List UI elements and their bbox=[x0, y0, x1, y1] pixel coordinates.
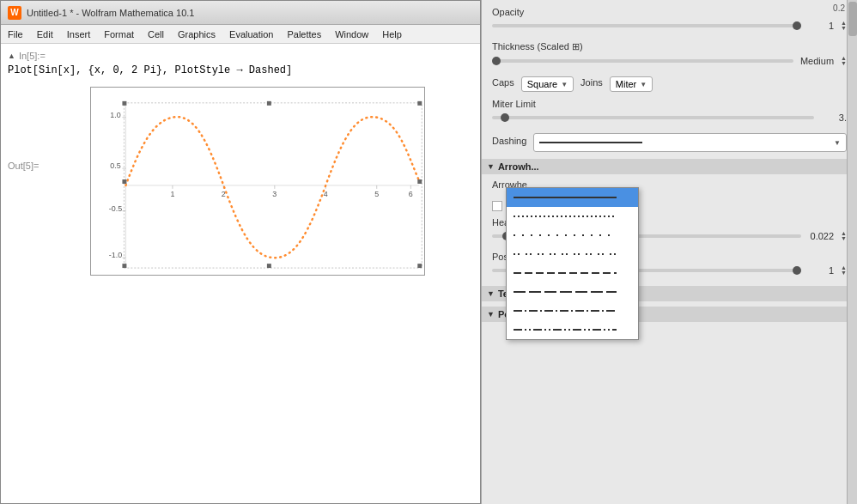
notebook-content: ▲ In[5]:= Plot[Sin[x], {x, 0, 2 Pi}, Plo… bbox=[1, 44, 480, 503]
dashing-preview bbox=[539, 142, 642, 143]
dashing-option-dashes-long[interactable] bbox=[507, 282, 638, 301]
position-thumb[interactable] bbox=[793, 266, 801, 275]
input-label: In[5]:= bbox=[19, 51, 46, 61]
dashing-option-dots-tight[interactable] bbox=[507, 207, 638, 226]
svg-rect-30 bbox=[123, 179, 127, 184]
joins-label: Joins bbox=[580, 77, 603, 88]
thickness-label: Thickness (Scaled ⊞) bbox=[492, 41, 847, 52]
caps-dropdown[interactable]: Square ▼ bbox=[521, 76, 574, 92]
arrow-section-title: Arrowh... bbox=[498, 161, 539, 172]
miter-slider[interactable] bbox=[492, 116, 814, 119]
miter-value: 3. bbox=[821, 112, 847, 123]
dash-medium-icon bbox=[514, 272, 617, 274]
dash-long-icon bbox=[514, 291, 617, 293]
miter-thumb[interactable] bbox=[501, 113, 509, 122]
thickness-slider[interactable] bbox=[492, 59, 793, 63]
version-label: 0.2 bbox=[833, 3, 845, 13]
menu-evaluation[interactable]: Evaluation bbox=[222, 27, 280, 41]
opacity-value: 1 bbox=[808, 21, 834, 31]
dash-dots-loose-icon bbox=[514, 234, 617, 236]
thickness-section: Thickness (Scaled ⊞) Medium ▲▼ bbox=[492, 41, 847, 66]
svg-text:0.5: 0.5 bbox=[111, 161, 121, 170]
dash-dot-icon bbox=[514, 310, 617, 312]
dashing-row: Dashing ▼ bbox=[492, 133, 847, 152]
svg-rect-24 bbox=[123, 101, 127, 106]
dash-solid-icon bbox=[514, 197, 617, 198]
svg-text:3: 3 bbox=[273, 190, 277, 198]
input-code: Plot[Sin[x], {x, 0, 2 Pi}, PlotStyle → D… bbox=[8, 64, 292, 76]
menu-graphics[interactable]: Graphics bbox=[171, 27, 222, 41]
mathematica-window: W Untitled-1 * - Wolfram Mathematica 10.… bbox=[0, 0, 481, 504]
joins-dropdown[interactable]: Miter ▼ bbox=[610, 76, 653, 92]
thickness-slider-row: Medium ▲▼ bbox=[492, 56, 847, 66]
opacity-thumb[interactable] bbox=[793, 21, 801, 30]
svg-text:6: 6 bbox=[409, 190, 413, 198]
arrow-section-toggle-icon: ▼ bbox=[487, 162, 495, 171]
arrow-section-header[interactable]: ▼ Arrowh... bbox=[482, 159, 857, 174]
dashing-arrow-icon: ▼ bbox=[834, 139, 841, 147]
svg-rect-26 bbox=[123, 264, 127, 268]
thickness-value: Medium bbox=[800, 56, 834, 66]
opacity-label: Opacity bbox=[492, 7, 847, 17]
scrollbar[interactable] bbox=[847, 0, 857, 504]
caps-value: Square bbox=[527, 79, 557, 89]
scrollbar-thumb[interactable] bbox=[848, 2, 857, 36]
dashing-select[interactable]: ▼ bbox=[533, 133, 847, 152]
caps-arrow-icon: ▼ bbox=[561, 81, 568, 88]
dashing-label: Dashing bbox=[492, 136, 526, 146]
output-label: Out[5]= bbox=[8, 161, 39, 171]
position-value: 1 bbox=[808, 265, 834, 276]
menu-edit[interactable]: Edit bbox=[30, 27, 60, 41]
svg-text:2: 2 bbox=[222, 190, 226, 198]
title-bar: W Untitled-1 * - Wolfram Mathematica 10.… bbox=[1, 1, 480, 25]
svg-text:1: 1 bbox=[171, 190, 175, 198]
double-checkbox[interactable] bbox=[492, 201, 502, 211]
svg-rect-27 bbox=[417, 264, 422, 268]
dashing-option-dots-loose[interactable] bbox=[507, 226, 638, 245]
position-stepper[interactable]: ▲▼ bbox=[841, 265, 847, 276]
menu-window[interactable]: Window bbox=[328, 27, 375, 41]
input-cell[interactable]: Plot[Sin[x], {x, 0, 2 Pi}, PlotStyle → D… bbox=[8, 64, 473, 76]
svg-text:-1.0: -1.0 bbox=[109, 251, 122, 259]
menu-format[interactable]: Format bbox=[97, 27, 141, 41]
svg-rect-29 bbox=[267, 264, 271, 268]
svg-rect-31 bbox=[417, 179, 422, 184]
dash-dot-space-icon bbox=[514, 253, 617, 255]
joins-arrow-icon: ▼ bbox=[640, 81, 647, 88]
dashing-option-dash-dot[interactable] bbox=[507, 301, 638, 320]
caps-label: Caps bbox=[492, 77, 514, 88]
plot-svg: 1.0 0.5 -0.5 -1.0 1 2 3 4 5 6 bbox=[91, 88, 424, 275]
svg-text:1.0: 1.0 bbox=[111, 111, 121, 119]
dashing-option-dashes-medium[interactable] bbox=[507, 264, 638, 282]
miter-slider-row: 3. bbox=[492, 112, 847, 123]
menu-bar: File Edit Insert Format Cell Graphics Ev… bbox=[1, 25, 480, 44]
svg-rect-0 bbox=[92, 88, 423, 275]
menu-file[interactable]: File bbox=[1, 27, 30, 41]
opacity-section: Opacity 1 ▲▼ bbox=[492, 7, 847, 31]
menu-palettes[interactable]: Palettes bbox=[280, 27, 328, 41]
plot-output[interactable]: 1.0 0.5 -0.5 -1.0 1 2 3 4 5 6 bbox=[90, 87, 425, 276]
menu-cell[interactable]: Cell bbox=[141, 27, 171, 41]
cell-triangle: ▲ bbox=[8, 52, 15, 60]
properties-panel: Opacity 1 ▲▼ Thickness (Scaled ⊞) bbox=[482, 0, 857, 504]
opacity-slider-row: 1 ▲▼ bbox=[492, 21, 847, 31]
dashing-option-complex[interactable] bbox=[507, 320, 638, 339]
caps-joins-row: Caps Square ▼ Joins Miter ▼ bbox=[492, 76, 847, 92]
input-cell-label: ▲ In[5]:= bbox=[8, 51, 473, 61]
window-title: Untitled-1 * - Wolfram Mathematica 10.1 bbox=[27, 8, 473, 18]
head-size-stepper[interactable]: ▲▼ bbox=[841, 231, 847, 241]
dash-dots-tight-icon bbox=[514, 216, 617, 217]
dashing-option-solid[interactable] bbox=[507, 188, 638, 207]
thickness-thumb[interactable] bbox=[492, 57, 501, 65]
thickness-stepper[interactable]: ▲▼ bbox=[841, 56, 847, 66]
menu-help[interactable]: Help bbox=[375, 27, 409, 41]
opacity-stepper[interactable]: ▲▼ bbox=[841, 21, 847, 31]
dashing-option-dot-space[interactable] bbox=[507, 245, 638, 264]
dash-complex-icon bbox=[514, 329, 617, 331]
svg-rect-28 bbox=[267, 101, 271, 106]
dashing-dropdown[interactable] bbox=[506, 187, 639, 340]
opacity-slider[interactable] bbox=[492, 24, 801, 27]
svg-text:-0.5: -0.5 bbox=[109, 204, 122, 213]
menu-insert[interactable]: Insert bbox=[60, 27, 98, 41]
app-icon-label: W bbox=[10, 8, 18, 17]
